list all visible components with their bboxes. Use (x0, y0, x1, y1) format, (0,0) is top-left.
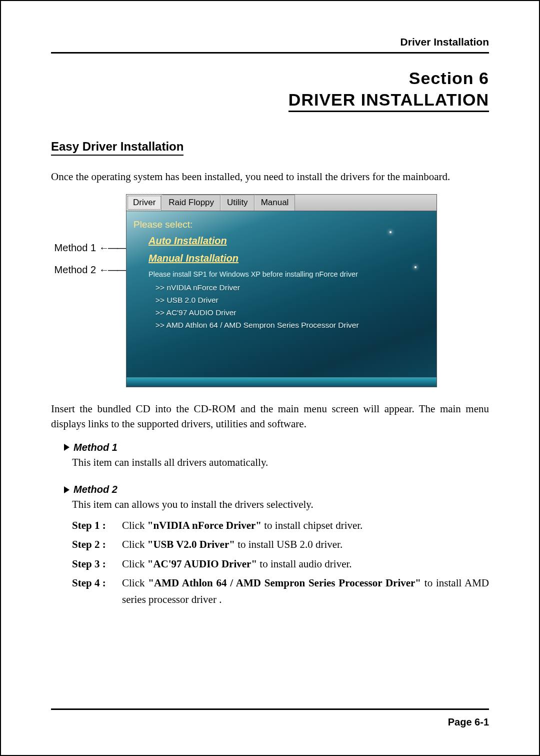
triangle-icon (64, 486, 70, 493)
sparkle-icon (414, 266, 416, 268)
manual-installation-link[interactable]: Manual Installation (148, 253, 430, 264)
step-text: Click "nVIDIA nForce Driver" to install … (122, 517, 489, 534)
driver-link-ac97[interactable]: AC'97 AUDIO Driver (156, 308, 430, 317)
triangle-icon (64, 444, 70, 451)
step-text: Click "AMD Athlon 64 / AMD Sempron Serie… (122, 575, 489, 607)
step-row: Step 1 : Click "nVIDIA nForce Driver" to… (72, 517, 489, 534)
driver-link-amd[interactable]: AMD Athlon 64 / AMD Sempron Series Proce… (156, 321, 430, 330)
arrow-icon: ←—— (99, 242, 126, 254)
section-number: Section 6 (51, 69, 489, 88)
step-row: Step 3 : Click "AC'97 AUDIO Driver" to i… (72, 556, 489, 572)
subheading-easy-driver: Easy Driver Installation (51, 140, 184, 156)
step-text: Click "USB V2.0 Driver" to install USB 2… (122, 536, 489, 553)
tab-raid-floppy[interactable]: Raid Floppy (162, 195, 220, 211)
page: Driver Installation Section 6 DRIVER INS… (0, 0, 540, 756)
step-label: Step 2 : (72, 536, 122, 553)
body-paragraph: Insert the bundled CD into the CD-ROM an… (51, 401, 489, 432)
section-main-title: DRIVER INSTALLATION (288, 90, 489, 112)
method-1-label: Method 1 (74, 442, 118, 453)
sp1-note: Please install SP1 for Windows XP before… (148, 270, 430, 278)
footer-rule (51, 708, 489, 710)
step-row: Step 4 : Click "AMD Athlon 64 / AMD Semp… (72, 575, 489, 607)
intro-paragraph: Once the operating system has been insta… (51, 171, 489, 183)
tab-driver[interactable]: Driver (126, 195, 162, 211)
step-label: Step 4 : (72, 575, 122, 607)
installer-screenshot: Driver Raid Floppy Utility Manual Please… (126, 194, 437, 387)
sparkle-icon (390, 231, 392, 233)
tab-utility[interactable]: Utility (220, 195, 254, 211)
step-text: Click "AC'97 AUDIO Driver" to install au… (122, 556, 489, 572)
driver-link-usb[interactable]: USB 2.0 Driver (156, 296, 430, 305)
installer-body: Please select: Auto Installation Manual … (126, 211, 436, 377)
method-2-text: This item can allows you to install the … (72, 497, 489, 512)
method-callouts: Method 1 ←—— Method 2 ←—— (51, 194, 126, 281)
arrow-icon: ←—— (99, 264, 126, 276)
method-2-heading: Method 2 (64, 484, 489, 495)
callout-method-2: Method 2 (54, 264, 96, 276)
please-select-label: Please select: (134, 219, 430, 230)
step-label: Step 1 : (72, 517, 122, 534)
section-title: Section 6 DRIVER INSTALLATION (51, 69, 489, 112)
step-label: Step 3 : (72, 556, 122, 572)
driver-link-nvidia[interactable]: nVIDIA nForce Driver (156, 283, 430, 292)
tab-manual[interactable]: Manual (254, 195, 296, 211)
method-2-label: Method 2 (74, 484, 118, 495)
method-1-text: This item can installs all drivers autom… (72, 455, 489, 470)
page-number: Page 6-1 (448, 716, 489, 728)
method-1-heading: Method 1 (64, 442, 489, 453)
screenshot-area: Method 1 ←—— Method 2 ←—— Driver Raid Fl… (51, 194, 489, 387)
running-header: Driver Installation (51, 36, 489, 54)
callout-method-1: Method 1 (54, 242, 96, 254)
auto-installation-link[interactable]: Auto Installation (148, 235, 430, 247)
installer-footer-bar (126, 377, 436, 387)
step-row: Step 2 : Click "USB V2.0 Driver" to inst… (72, 536, 489, 553)
steps-list: Step 1 : Click "nVIDIA nForce Driver" to… (72, 517, 489, 608)
tab-bar: Driver Raid Floppy Utility Manual (126, 195, 436, 211)
